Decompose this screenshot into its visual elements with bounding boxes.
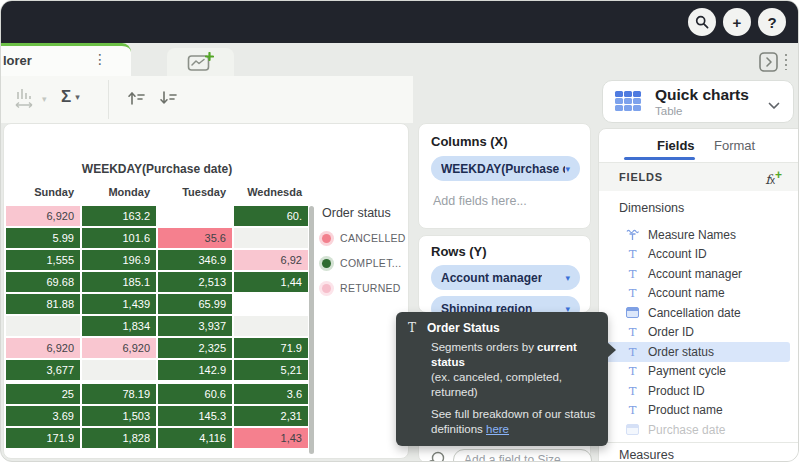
fields-section-header: FIELDS fx+ [599, 163, 799, 191]
dimension-label: Payment cycle [648, 364, 726, 378]
dimension-label: Measure Names [648, 228, 736, 242]
table-cell[interactable]: 78.19 [82, 384, 156, 404]
table-cell[interactable]: 101.6 [82, 228, 156, 248]
dimension-item[interactable]: Measure Names [599, 225, 799, 245]
table-cell[interactable] [234, 294, 308, 314]
dimension-item[interactable]: TProduct name [599, 401, 799, 421]
table-cell[interactable]: 2,325 [158, 338, 232, 358]
table-cell[interactable]: 3.69 [6, 406, 80, 426]
size-field-input[interactable] [453, 449, 592, 462]
table-scrollbar[interactable] [309, 206, 314, 454]
table-cell[interactable] [6, 316, 80, 336]
table-cell[interactable]: 71.9 [234, 338, 308, 358]
column-header[interactable]: Monday [82, 186, 156, 202]
table-cell[interactable]: 60.6 [158, 384, 232, 404]
table-cell[interactable]: 2,31 [234, 406, 308, 426]
tab-menu-icon[interactable]: ⋮ [93, 51, 107, 67]
table-cell[interactable]: 1,555 [6, 250, 80, 270]
table-cell[interactable]: 6,920 [6, 206, 80, 226]
table-cell[interactable]: 35.6 [158, 228, 232, 248]
field-pill[interactable]: Account manager▾ [431, 265, 580, 290]
tooltip-title: Order Status [427, 321, 500, 335]
table-cell[interactable]: 3,677 [6, 360, 80, 380]
table-cell[interactable]: 2,513 [158, 272, 232, 292]
aggregate-button[interactable]: Σ ▾ [61, 87, 80, 107]
tab-explorer[interactable]: lorer ⋮ [0, 43, 131, 76]
table-cell[interactable]: 1,828 [82, 428, 156, 448]
chart-type-button[interactable]: ▾ [14, 87, 47, 111]
dimension-item[interactable]: TPayment cycle [599, 362, 799, 382]
legend-items: CANCELLEDCOMPLET...RETURNED [322, 232, 409, 294]
toolbar: ▾ Σ ▾ [1, 76, 413, 123]
table-cell[interactable]: 1,834 [82, 316, 156, 336]
table-cell[interactable]: 1,43 [234, 428, 308, 448]
table-cell[interactable]: 65.99 [158, 294, 232, 314]
field-pill[interactable]: WEEKDAY(Purchase date)▾ [431, 156, 580, 181]
table-cell[interactable]: 6,920 [6, 338, 80, 358]
table-cell[interactable]: 69.68 [6, 272, 80, 292]
dimension-item[interactable]: TProduct ID [599, 381, 799, 401]
table-cell[interactable]: 185.1 [82, 272, 156, 292]
sort-descending-button[interactable] [158, 89, 178, 107]
search-button[interactable] [688, 8, 716, 36]
new-chart-tab-button[interactable] [167, 48, 234, 76]
chevron-down-icon[interactable]: ▾ [565, 273, 570, 283]
tab-fields[interactable]: Fields [657, 138, 695, 153]
table-cell[interactable]: 6,920 [82, 338, 156, 358]
dimension-item[interactable]: Purchase date [599, 420, 799, 440]
table-cell[interactable]: 1,44 [234, 272, 308, 292]
table-cell[interactable]: 1,503 [82, 406, 156, 426]
columns-drop-target[interactable]: Add fields here... [433, 194, 527, 208]
collapse-panel-button[interactable] [756, 50, 792, 74]
table-cell[interactable] [234, 316, 308, 336]
table-cell[interactable]: 3,937 [158, 316, 232, 336]
table-cell[interactable]: 142.9 [158, 360, 232, 380]
dimension-item[interactable]: Cancellation date [599, 303, 799, 323]
table-cell[interactable]: 60. [234, 206, 308, 226]
table-cell[interactable]: 163.2 [82, 206, 156, 226]
table-cell[interactable] [82, 360, 156, 380]
table-cell[interactable]: 145.3 [158, 406, 232, 426]
add-button[interactable]: + [723, 8, 751, 36]
text-field-icon: T [626, 384, 639, 398]
column-header[interactable]: Wednesda [234, 186, 308, 202]
dimension-item[interactable]: TOrder ID [599, 323, 799, 343]
table-cell[interactable]: 196.9 [82, 250, 156, 270]
dimensions-label: Dimensions [619, 201, 684, 215]
chart-type-picker[interactable]: Quick charts Table [602, 80, 794, 123]
table-cell[interactable] [158, 206, 232, 226]
histogram-icon [14, 87, 38, 111]
column-header[interactable]: Sunday [6, 186, 80, 202]
table-cell[interactable]: 81.88 [6, 294, 80, 314]
dimension-item[interactable]: TOrder status [605, 342, 790, 362]
table-row: 171.91,8284,1161,43 [6, 428, 308, 448]
chevron-down-icon[interactable]: ▾ [565, 164, 570, 174]
chart-add-icon [187, 52, 214, 72]
dimension-item[interactable]: TAccount ID [599, 245, 799, 265]
legend-label: COMPLET... [340, 257, 401, 269]
table-cell[interactable] [234, 228, 308, 248]
legend-item[interactable]: COMPLET... [322, 257, 409, 269]
table-cell[interactable]: 346.9 [158, 250, 232, 270]
dimension-label: Cancellation date [648, 306, 741, 320]
tab-format[interactable]: Format [714, 138, 755, 153]
table-cell[interactable]: 6,92 [234, 250, 308, 270]
table-cell[interactable]: 4,116 [158, 428, 232, 448]
legend-item[interactable]: CANCELLED [322, 232, 409, 244]
add-calculated-field-button[interactable]: fx+ [765, 168, 782, 187]
table-cell[interactable]: 1,439 [82, 294, 156, 314]
dimension-item[interactable]: TAccount name [599, 284, 799, 304]
table-cell[interactable]: 5,21 [234, 360, 308, 380]
table-cell[interactable]: 5.99 [6, 228, 80, 248]
table-cell[interactable]: 3.6 [234, 384, 308, 404]
column-header[interactable]: Tuesday [158, 186, 232, 202]
help-button[interactable]: ? [758, 8, 786, 36]
sort-ascending-button[interactable] [126, 89, 146, 107]
legend-item[interactable]: RETURNED [322, 282, 409, 294]
table-cell[interactable]: 171.9 [6, 428, 80, 448]
dimension-item[interactable]: TAccount manager [599, 264, 799, 284]
measures-label: Measures [619, 448, 674, 462]
size-mark-row [427, 449, 592, 462]
definitions-link[interactable]: here [486, 423, 509, 435]
table-cell[interactable]: 25 [6, 384, 80, 404]
